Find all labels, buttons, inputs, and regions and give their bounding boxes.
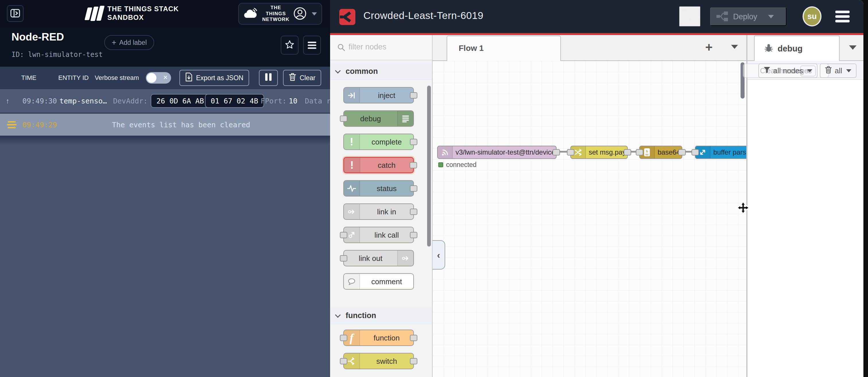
- network-switcher-button[interactable]: THE THINGS NETWORK: [238, 3, 322, 25]
- palette-node-complete[interactable]: ! complete: [343, 134, 414, 150]
- tab-flow-1[interactable]: Flow 1: [446, 36, 561, 61]
- chevron-down-icon: [312, 12, 317, 16]
- application-header: Node-RED + Add label ID: lwn-simulator-t…: [0, 28, 330, 67]
- palette-scrollbar[interactable]: [427, 86, 431, 246]
- add-flow-button[interactable]: +: [705, 40, 713, 55]
- node-output-port[interactable]: [678, 149, 686, 155]
- flow-list-caret-icon[interactable]: [731, 45, 738, 49]
- flow-node-buffer-parser[interactable]: buffer parser: [695, 146, 746, 159]
- palette-node-link-in[interactable]: link in: [343, 203, 414, 220]
- node-status: connected: [438, 161, 476, 169]
- node-output-port[interactable]: [410, 162, 417, 168]
- tts-flag-icon: [86, 6, 103, 21]
- devaddr-label: DevAddr:: [113, 97, 148, 105]
- node-input-port[interactable]: [691, 149, 699, 155]
- mqtt-signal-icon: [438, 146, 453, 158]
- tab-debug[interactable]: debug: [754, 36, 840, 61]
- flow-workspace: Flow 1 + ‹ v3/lwn-simulator-test@ttn/de: [433, 35, 746, 377]
- palette-node-inject[interactable]: inject: [343, 87, 414, 104]
- ai-assistant-button[interactable]: AI: [679, 6, 701, 26]
- debug-toolbar: Clear messages ▾ all nodes all: [747, 61, 863, 80]
- event-time: 09:49:29: [22, 121, 57, 129]
- node-output-port[interactable]: [410, 358, 417, 365]
- palette-search-placeholder: filter nodes: [348, 42, 386, 52]
- node-output-port[interactable]: [410, 92, 417, 98]
- sidebar-toggle-button[interactable]: [7, 5, 24, 22]
- sidebar-options-caret-icon[interactable]: [849, 46, 857, 50]
- node-input-port[interactable]: [340, 358, 347, 365]
- palette-category-function[interactable]: function: [330, 308, 432, 324]
- hamburger-icon: [835, 11, 849, 22]
- devaddr-badge[interactable]: 26 0D 6A AB: [151, 94, 210, 108]
- node-output-port[interactable]: [410, 335, 417, 341]
- search-icon: [337, 43, 346, 52]
- flow-node-mqtt-in[interactable]: v3/lwn-simulator-test@ttn/devices/+/up: [437, 146, 557, 159]
- network-line2: NETWORK: [262, 17, 290, 22]
- flow-node-change[interactable]: set msg.payload: [570, 146, 628, 159]
- hamburger-icon: [308, 40, 316, 50]
- flow-canvas[interactable]: ‹ v3/lwn-simulator-test@ttn/devices/+/up: [433, 61, 746, 377]
- node-output-port[interactable]: [410, 139, 417, 145]
- export-json-button[interactable]: Export as JSON: [179, 70, 249, 86]
- fport-value: 10: [289, 97, 298, 105]
- pause-icon: [265, 73, 272, 83]
- palette-node-debug[interactable]: debug: [343, 110, 414, 127]
- palette-node-switch[interactable]: switch: [343, 353, 414, 369]
- node-output-port[interactable]: [624, 149, 631, 155]
- node-output-port[interactable]: [410, 185, 417, 192]
- deploy-button[interactable]: Deploy: [710, 7, 786, 26]
- node-output-port[interactable]: [410, 232, 417, 238]
- brand-line1: THE THINGS STACK: [107, 5, 179, 12]
- caret-down-icon[interactable]: [768, 15, 774, 19]
- cloud-icon: [243, 7, 258, 21]
- debug-clear-button[interactable]: all: [820, 63, 857, 78]
- close-icon: ×: [163, 73, 167, 82]
- node-input-port[interactable]: [340, 116, 347, 122]
- event-row-cleared[interactable]: 09:49:29 The events list has been cleare…: [0, 114, 330, 136]
- more-menu-button[interactable]: [303, 36, 321, 55]
- node-input-port[interactable]: [340, 255, 347, 261]
- uplink-arrow-icon: ↑: [6, 97, 9, 105]
- flow-tabbar: Flow 1 +: [433, 35, 746, 61]
- pause-stream-button[interactable]: [259, 70, 278, 86]
- flow-node-base64[interactable]: b64 base64: [639, 146, 682, 159]
- user-avatar[interactable]: su: [803, 6, 822, 26]
- debug-filter-button[interactable]: all nodes: [758, 63, 817, 78]
- palette-collapse-handle[interactable]: ‹: [433, 240, 445, 269]
- event-time: 09:49:30: [22, 97, 57, 105]
- node-input-port[interactable]: [567, 149, 575, 155]
- palette-node-status[interactable]: status: [343, 180, 414, 197]
- bookmark-button[interactable]: [281, 36, 299, 55]
- node-output-port[interactable]: [410, 209, 417, 215]
- mouse-move-cursor: [737, 201, 750, 215]
- debug-messages-panel[interactable]: [747, 80, 863, 377]
- main-menu-button[interactable]: [835, 9, 849, 24]
- palette-node-link-call[interactable]: link call: [343, 227, 414, 243]
- funnel-icon: [764, 66, 770, 75]
- clear-events-button[interactable]: Clear: [283, 70, 321, 86]
- event-row-uplink[interactable]: ↑ 09:49:30 temp-senso… DevAddr: 26 0D 6A…: [0, 89, 330, 113]
- palette-category-common[interactable]: common: [330, 63, 432, 80]
- node-input-port[interactable]: [340, 335, 347, 341]
- palette-node-comment[interactable]: comment: [343, 273, 414, 290]
- event-entity-id: temp-senso…: [59, 97, 107, 105]
- palette-node-function[interactable]: f function: [343, 329, 414, 346]
- node-output-port[interactable]: [553, 149, 560, 155]
- nodered-logo-icon: [339, 9, 355, 26]
- node-input-port[interactable]: [636, 149, 643, 155]
- toggle-knob: [147, 73, 156, 83]
- add-label-button[interactable]: + Add label: [104, 35, 154, 50]
- caret-down-icon: [846, 69, 851, 72]
- flow-project-title: Crowded-Least-Tern-6019: [363, 10, 484, 21]
- star-icon: [284, 40, 295, 51]
- tts-logo: THE THINGS STACK SANDBOX: [86, 5, 179, 22]
- devaddr-badge[interactable]: 01 67 02 4B: [205, 94, 264, 108]
- caret-down-icon: [807, 69, 812, 72]
- verbose-stream-toggle[interactable]: ×: [146, 72, 171, 84]
- palette-node-catch[interactable]: ! catch: [343, 157, 414, 173]
- palette-search[interactable]: filter nodes: [330, 35, 432, 60]
- node-input-port[interactable]: [340, 232, 347, 238]
- network-line1: THE THINGS: [266, 5, 286, 16]
- page-title: Node-RED: [11, 31, 64, 43]
- palette-node-link-out[interactable]: link out: [343, 250, 414, 266]
